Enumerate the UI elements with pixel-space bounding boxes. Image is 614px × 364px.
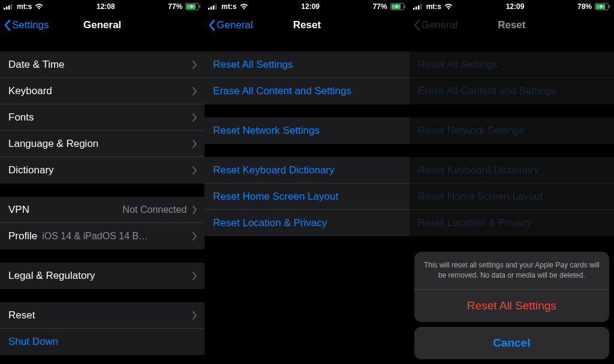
nav-bar: General Reset (410, 12, 614, 38)
action-sheet: This will reset all settings and your Ap… (410, 247, 614, 364)
row-reset-home-screen[interactable]: Reset Home Screen Layout (204, 183, 409, 210)
back-button[interactable]: Settings (4, 19, 49, 31)
battery-icon (185, 3, 201, 10)
battery-percent: 77% (168, 2, 182, 11)
row-dictionary[interactable]: Dictionary (0, 157, 204, 183)
svg-rect-15 (416, 7, 417, 10)
wifi-icon (240, 4, 248, 10)
row-date-time[interactable]: Date & Time (0, 52, 204, 78)
chevron-right-icon (192, 140, 197, 148)
chevron-right-icon (192, 272, 197, 280)
clock: 12:09 (301, 2, 320, 11)
status-bar: mt:s 12:09 78% (410, 0, 614, 12)
row-value: Not Connected (123, 204, 187, 215)
group-reset-network: Reset Network Settings (204, 118, 409, 144)
clock: 12:08 (97, 2, 115, 11)
row-label: Date & Time (8, 59, 186, 71)
back-label: General (422, 19, 458, 31)
back-button[interactable]: General (208, 19, 252, 31)
row-reset-network[interactable]: Reset Network Settings (204, 118, 409, 144)
status-bar: mt:s 12:09 77% (204, 0, 409, 12)
row-fonts[interactable]: Fonts (0, 104, 204, 131)
group-reset-misc: Reset Keyboard Dictionary Reset Home Scr… (410, 157, 614, 236)
row-label: Reset Location & Privacy (213, 217, 401, 229)
status-bar: mt:s 12:08 77% (0, 0, 204, 12)
group-vpn: VPN Not Connected Profile iOS 14 & iPadO… (0, 197, 204, 249)
group-reset-all: Reset All Settings Erase All Content and… (204, 52, 409, 104)
chevron-right-icon (192, 87, 197, 95)
action-reset-all-settings[interactable]: Reset All Settings (414, 290, 609, 322)
action-cancel[interactable]: Cancel (414, 327, 609, 359)
group-reset-all: Reset All Settings Erase All Content and… (410, 52, 614, 104)
chevron-left-icon (413, 19, 420, 31)
row-label: Shut Down (8, 336, 196, 348)
svg-rect-7 (208, 8, 210, 10)
row-profile[interactable]: Profile iOS 14 & iPadOS 14 Beta Softwar.… (0, 223, 204, 249)
group-reset: Reset Shut Down (0, 302, 204, 355)
row-label: Legal & Regulatory (8, 270, 186, 282)
row-reset-all-settings[interactable]: Reset All Settings (204, 52, 409, 78)
row-label: Reset Location & Privacy (418, 217, 606, 229)
row-label: Reset All Settings (213, 59, 401, 71)
row-keyboard[interactable]: Keyboard (0, 78, 204, 104)
row-reset-home-screen: Reset Home Screen Layout (410, 183, 614, 210)
group-reset-misc: Reset Keyboard Dictionary Reset Home Scr… (204, 157, 409, 236)
svg-rect-16 (418, 5, 420, 10)
svg-rect-2 (8, 5, 10, 10)
content: Reset All Settings Erase All Content and… (204, 38, 409, 364)
chevron-right-icon (192, 61, 197, 69)
screen-reset-confirm: mt:s 12:09 78% General Reset Reset All S… (410, 0, 614, 364)
row-reset-network: Reset Network Settings (410, 118, 614, 144)
chevron-right-icon (192, 311, 197, 320)
row-label: Reset All Settings (418, 59, 606, 71)
group-datetime: Date & Time Keyboard Fonts Language & Re… (0, 52, 204, 183)
signal-icon (4, 4, 14, 10)
screen-general: mt:s 12:08 77% Settings General Date & T… (0, 0, 204, 364)
svg-rect-3 (11, 4, 13, 10)
wifi-icon (35, 4, 43, 10)
row-label: Erase All Content and Settings (213, 85, 401, 97)
svg-rect-13 (404, 5, 405, 8)
nav-bar: Settings General (0, 12, 204, 38)
row-reset-location-privacy[interactable]: Reset Location & Privacy (204, 210, 409, 236)
chevron-right-icon (192, 232, 197, 240)
row-erase-all-content[interactable]: Erase All Content and Settings (204, 78, 409, 104)
row-label: Reset Keyboard Dictionary (213, 164, 401, 176)
chevron-right-icon (192, 113, 197, 122)
clock: 12:09 (506, 2, 525, 11)
row-erase-all-content: Erase All Content and Settings (410, 78, 614, 104)
battery-percent: 78% (577, 2, 592, 11)
signal-icon (413, 4, 423, 10)
signal-icon (208, 4, 218, 10)
row-reset-keyboard-dictionary[interactable]: Reset Keyboard Dictionary (204, 157, 409, 183)
row-label: Reset Network Settings (418, 125, 606, 137)
group-reset-network: Reset Network Settings (410, 118, 614, 144)
row-label: Language & Region (8, 138, 186, 150)
row-label: Reset Keyboard Dictionary (418, 164, 606, 176)
row-legal-regulatory[interactable]: Legal & Regulatory (0, 263, 204, 289)
svg-rect-9 (213, 5, 215, 10)
row-reset[interactable]: Reset (0, 302, 204, 329)
svg-rect-14 (413, 8, 415, 10)
row-vpn[interactable]: VPN Not Connected (0, 197, 204, 223)
row-label: VPN (8, 204, 123, 216)
carrier-label: mt:s (426, 2, 441, 11)
nav-bar: General Reset (204, 12, 409, 38)
chevron-left-icon (208, 19, 215, 31)
row-language-region[interactable]: Language & Region (0, 131, 204, 157)
row-reset-location-privacy: Reset Location & Privacy (410, 210, 614, 236)
chevron-left-icon (4, 19, 11, 31)
row-value: iOS 14 & iPadOS 14 Beta Softwar... (42, 231, 150, 242)
row-label: Fonts (8, 112, 186, 124)
row-shut-down[interactable]: Shut Down (0, 329, 204, 355)
svg-rect-17 (420, 4, 422, 10)
group-legal: Legal & Regulatory (0, 263, 204, 289)
back-label: General (216, 19, 252, 31)
carrier-label: mt:s (221, 2, 236, 11)
screen-reset: mt:s 12:09 77% General Reset Reset All S… (204, 0, 409, 364)
svg-rect-10 (215, 4, 217, 10)
row-reset-all-settings: Reset All Settings (410, 52, 614, 78)
back-label: Settings (12, 19, 49, 31)
action-sheet-message: This will reset all settings and your Ap… (414, 252, 609, 290)
nav-title: Reset (498, 19, 525, 31)
